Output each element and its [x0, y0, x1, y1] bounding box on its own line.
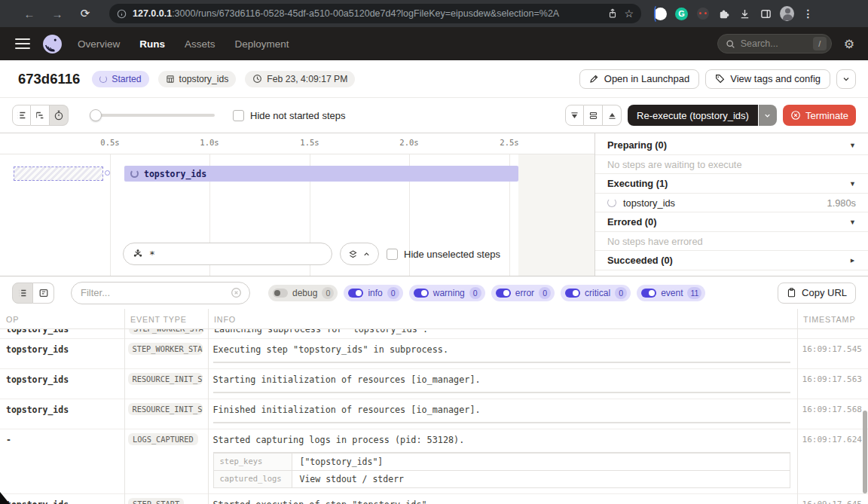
settings-gear-icon[interactable]: ⚙	[844, 37, 854, 51]
run-startup-hatched-box	[14, 166, 103, 181]
reexecute-dropdown-button[interactable]	[759, 105, 777, 126]
log-level-label: error	[515, 288, 534, 298]
flat-view-button[interactable]	[12, 105, 31, 126]
site-info-icon[interactable]	[117, 9, 127, 19]
hide-unselected-label: Hide unselected steps	[404, 249, 500, 260]
log-timestamp[interactable]: 16:09:17.645	[796, 494, 868, 504]
timed-view-button[interactable]	[50, 105, 69, 126]
browser-menu-icon[interactable]: ⋮	[801, 7, 815, 21]
list-view-button[interactable]	[12, 283, 33, 304]
log-level-toggle[interactable]: event 11	[637, 285, 705, 301]
scrollbar-thumb[interactable]	[863, 411, 867, 493]
hide-not-started-checkbox[interactable]	[233, 110, 244, 121]
status-section-title: Executing (1)	[607, 178, 668, 189]
gantt-step-bar[interactable]: topstory_ids	[124, 166, 518, 182]
log-metadata-table	[213, 362, 790, 363]
reexecute-button[interactable]: Re-execute (topstory_ids)	[628, 105, 758, 126]
metadata-row[interactable]: captured_logs View stdout / stderr	[214, 470, 790, 487]
clear-filter-icon[interactable]	[231, 287, 242, 298]
reload-icon[interactable]: ⟳	[75, 7, 95, 20]
hide-not-started-label: Hide not started steps	[250, 110, 345, 121]
event-type-chip: LOGS_CAPTURED	[128, 433, 198, 445]
nav-tab[interactable]: Runs	[139, 38, 165, 50]
extensions-puzzle-icon[interactable]	[717, 7, 731, 21]
status-section-header[interactable]: Preparing (0) ▼	[595, 136, 868, 155]
side-panel-icon[interactable]	[759, 7, 773, 21]
log-level-toggle[interactable]: warning 0	[409, 285, 485, 301]
log-view-mode-group	[12, 283, 54, 304]
terminate-button[interactable]: Terminate	[783, 105, 856, 126]
download-icon[interactable]	[738, 7, 752, 21]
nav-tab[interactable]: Overview	[78, 38, 120, 50]
chevron-down-icon: ▼	[849, 257, 857, 264]
metadata-value[interactable]: View stdout / stderr	[292, 471, 411, 487]
status-section: Executing (1) ▼ topstory_ids 1.980s	[595, 174, 868, 212]
op-selector-icon	[133, 249, 143, 259]
log-timestamp[interactable]: 16:09:17.563	[796, 369, 868, 389]
share-icon[interactable]	[607, 8, 618, 19]
status-step-row[interactable]: topstory_ids 1.980s	[595, 194, 868, 212]
log-row[interactable]: topstory_ids STEP_START Started executio…	[0, 494, 868, 504]
forward-icon[interactable]: →	[47, 8, 67, 20]
zoom-slider[interactable]	[90, 109, 215, 121]
graph-query-toggle-button[interactable]	[340, 243, 379, 265]
layers-icon	[348, 249, 358, 259]
log-row[interactable]: topstory_ids RESOURCE_INIT_STAR… Startin…	[0, 369, 868, 399]
browser-toolbar: ← → ⟳ 127.0.0.1:3000/runs/673d6116-0528-…	[0, 0, 868, 27]
log-timestamp[interactable]: 16:09:17.545	[796, 339, 868, 359]
log-row[interactable]: topstory_ids STEP_WORKER_STARTED Executi…	[0, 339, 868, 369]
step-status-panel: Preparing (0) ▼ No steps are waiting to …	[595, 133, 868, 276]
log-level-toggle[interactable]: debug 0	[268, 285, 338, 301]
copy-url-button[interactable]: Copy URL	[778, 283, 856, 304]
rows-button[interactable]	[584, 105, 603, 126]
log-level-toggle[interactable]: error 0	[491, 285, 555, 301]
collapse-down-button[interactable]	[565, 105, 584, 126]
search-input[interactable]	[741, 38, 808, 49]
status-section-header[interactable]: Succeeded (0) ▼	[595, 251, 868, 270]
metadata-row[interactable]: step_keys ["topstory_ids"]	[214, 453, 790, 470]
metadata-value[interactable]: ["topstory_ids"]	[292, 454, 391, 470]
slider-knob[interactable]	[90, 109, 102, 121]
nav-tab[interactable]: Deployment	[235, 38, 289, 50]
step-selector-input[interactable]	[149, 249, 315, 260]
profile-avatar[interactable]	[780, 7, 794, 21]
view-tags-config-button[interactable]: View tags and config	[705, 69, 830, 89]
job-name-chip[interactable]: topstory_ids	[158, 71, 237, 87]
log-row[interactable]: topstory_ids RESOURCE_INIT_SUCC… Finishe…	[0, 399, 868, 429]
status-section-header[interactable]: Errored (0) ▼	[595, 212, 868, 232]
log-op: topstory_ids	[0, 339, 124, 359]
run-id: 673d6116	[18, 71, 80, 87]
extension-icon[interactable]	[695, 7, 710, 21]
url-bar[interactable]: 127.0.0.1:3000/runs/673d6116-0528-45df-a…	[109, 4, 641, 23]
grammarly-extension-icon[interactable]: G	[674, 7, 689, 21]
log-filter-box[interactable]	[71, 282, 250, 304]
log-level-toggle[interactable]: info 0	[344, 285, 402, 301]
log-timestamp[interactable]: 16:09:17.624	[796, 429, 868, 450]
log-row[interactable]: - LOGS_CAPTURED Started capturing logs i…	[0, 429, 868, 494]
structured-view-button[interactable]	[33, 283, 54, 304]
hide-unselected-checkbox[interactable]	[387, 249, 398, 260]
more-actions-chevron-button[interactable]	[836, 69, 856, 89]
dagster-logo[interactable]	[42, 34, 63, 54]
step-selector-box[interactable]	[123, 243, 332, 265]
open-in-launchpad-button[interactable]: Open in Launchpad	[579, 69, 699, 89]
event-type-chip: STEP_WORKER_STARTI…	[129, 329, 203, 334]
back-icon[interactable]: ←	[20, 8, 39, 20]
log-level-count: 0	[615, 287, 627, 299]
log-level-toggle[interactable]: critical 0	[561, 285, 631, 301]
extension-icon[interactable]	[653, 7, 668, 21]
toggle-switch	[565, 289, 580, 298]
search-box[interactable]: /	[717, 34, 832, 53]
status-section: Succeeded (0) ▼	[595, 251, 868, 270]
expand-up-button[interactable]	[603, 105, 622, 126]
hamburger-menu-icon[interactable]	[15, 38, 30, 50]
log-row[interactable]: topstory_ids STEP_WORKER_STARTI… Launchi…	[0, 329, 868, 339]
gantt-overrun-shade	[518, 154, 594, 276]
bookmark-star-icon[interactable]: ☆	[624, 8, 634, 20]
nav-tab[interactable]: Assets	[185, 38, 215, 50]
log-filter-input[interactable]	[81, 287, 231, 298]
log-op: -	[0, 429, 124, 449]
status-section-header[interactable]: Executing (1) ▼	[595, 174, 868, 194]
waterfall-view-button[interactable]	[31, 105, 50, 126]
log-timestamp[interactable]: 16:09:17.568	[796, 399, 868, 420]
